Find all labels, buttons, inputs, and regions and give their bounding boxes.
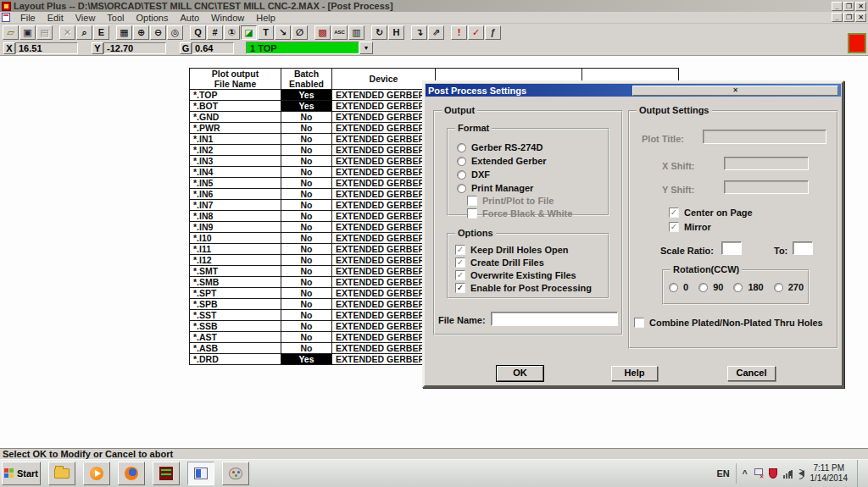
batch-enabled-cell[interactable]: No [281, 134, 332, 145]
help-button[interactable]: Help [611, 366, 658, 381]
format-radio-dxf[interactable]: DXF [457, 169, 490, 180]
rotation-radio-180[interactable]: 180 [733, 282, 763, 292]
dimension-button[interactable]: ↘ [275, 25, 291, 40]
file-name-cell[interactable]: *.BOT [190, 101, 281, 112]
open-button[interactable]: ▱ [3, 25, 19, 40]
shove-button[interactable]: H [388, 25, 404, 40]
child-minimize-button[interactable]: _ [832, 13, 843, 22]
file-name-cell[interactable]: *.GND [190, 112, 281, 123]
text-button[interactable]: T [258, 25, 274, 40]
device-cell[interactable]: EXTENDED GERBER [332, 288, 436, 299]
tray-expand-icon[interactable]: ^ [743, 469, 748, 479]
layer-color-button[interactable]: ◪ [241, 25, 257, 40]
unit-button[interactable]: ① [224, 25, 240, 40]
batch-enabled-cell[interactable]: No [281, 266, 332, 277]
batch-enabled-cell[interactable]: No [281, 145, 332, 156]
device-cell[interactable]: EXTENDED GERBER [332, 299, 436, 310]
file-name-cell[interactable]: *.IN7 [190, 200, 281, 211]
drc-button[interactable]: ✓ [468, 25, 484, 40]
device-cell[interactable]: EXTENDED GERBER [332, 145, 436, 156]
taskbar-item-active-window[interactable] [187, 462, 214, 485]
device-cell[interactable]: EXTENDED GERBER [332, 321, 436, 332]
device-cell[interactable]: EXTENDED GERBER [332, 200, 436, 211]
batch-enabled-cell[interactable]: No [281, 156, 332, 167]
device-cell[interactable]: EXTENDED GERBER [332, 233, 436, 244]
device-cell[interactable]: EXTENDED GERBER [332, 354, 436, 365]
scale-to-input[interactable] [793, 241, 813, 255]
batch-enabled-cell[interactable]: No [281, 244, 332, 255]
menu-item-tool[interactable]: Tool [101, 13, 130, 23]
save-button[interactable]: ▣ [19, 25, 36, 40]
zoom-out-button[interactable]: ⊖ [150, 25, 166, 40]
batch-enabled-cell[interactable]: No [281, 343, 332, 354]
error-button[interactable]: ! [451, 25, 467, 40]
device-cell[interactable]: EXTENDED GERBER [332, 211, 436, 222]
device-cell[interactable]: EXTENDED GERBER [332, 332, 436, 343]
batch-enabled-cell[interactable]: No [281, 310, 332, 321]
taskbar-item-paint[interactable] [222, 462, 249, 485]
batch-enabled-cell[interactable]: No [281, 299, 332, 310]
mirror-checkbox[interactable]: ✓ Mirror [669, 222, 711, 232]
batch-enabled-cell[interactable]: No [281, 222, 332, 233]
close-button[interactable]: ✕ [855, 2, 866, 11]
device-cell[interactable]: EXTENDED GERBER [332, 90, 436, 101]
print-button[interactable]: ▤ [36, 25, 53, 40]
chevron-down-icon[interactable]: ▼ [359, 42, 373, 54]
file-name-cell[interactable]: *.SMT [190, 266, 281, 277]
language-indicator[interactable]: EN [716, 468, 729, 479]
rotation-radio-270[interactable]: 270 [774, 282, 804, 292]
file-name-cell[interactable]: *.SPT [190, 288, 281, 299]
file-name-cell[interactable]: *.IN3 [190, 156, 281, 167]
batch-enabled-cell[interactable]: No [281, 321, 332, 332]
menu-item-window[interactable]: Window [205, 13, 250, 23]
file-name-cell[interactable]: *.IN5 [190, 178, 281, 189]
batch-enabled-cell[interactable]: No [281, 211, 332, 222]
device-cell[interactable]: EXTENDED GERBER [332, 178, 436, 189]
combine-thru-holes-checkbox[interactable]: Combine Plated/Non-Plated Thru Holes [634, 318, 823, 328]
cleanup-button[interactable]: ƒ [485, 25, 501, 40]
menu-item-auto[interactable]: Auto [174, 13, 205, 23]
restore-button[interactable]: ❐ [843, 2, 854, 11]
batch-enabled-cell[interactable]: No [281, 277, 332, 288]
zoom-all-button[interactable]: ◎ [167, 25, 183, 40]
batch-enabled-cell[interactable]: Yes [281, 90, 332, 101]
menu-item-edit[interactable]: Edit [42, 13, 70, 23]
minimize-button[interactable]: _ [832, 2, 843, 11]
security-shield-icon[interactable] [769, 468, 777, 479]
menu-item-options[interactable]: Options [131, 13, 175, 23]
zoom-in-button[interactable]: ⊕ [133, 25, 149, 40]
batch-enabled-cell[interactable]: No [281, 189, 332, 200]
device-cell[interactable]: EXTENDED GERBER [332, 189, 436, 200]
route2-button[interactable]: ⇗ [428, 25, 444, 40]
rotation-radio-90[interactable]: 90 [698, 282, 723, 292]
device-cell[interactable]: EXTENDED GERBER [332, 112, 436, 123]
file-name-cell[interactable]: *.SST [190, 310, 281, 321]
device-cell[interactable]: EXTENDED GERBER [332, 134, 436, 145]
rotation-radio-0[interactable]: 0 [669, 282, 688, 292]
spreadsheet-button[interactable]: ▦ [116, 25, 132, 40]
route-button[interactable]: ↴ [411, 25, 427, 40]
file-name-cell[interactable]: *.IN1 [190, 134, 281, 145]
file-name-cell[interactable]: *.PWR [190, 123, 281, 134]
speaker-icon[interactable] [798, 470, 804, 477]
component-button[interactable]: ▥ [348, 25, 364, 40]
file-name-cell[interactable]: *.IN2 [190, 145, 281, 156]
batch-enabled-cell[interactable]: No [281, 200, 332, 211]
layer-dropdown[interactable]: 1 TOP ▼ [246, 42, 373, 54]
child-close-button[interactable]: ✕ [855, 13, 866, 22]
batch-enabled-cell[interactable]: No [281, 332, 332, 343]
child-restore-button[interactable]: ❐ [843, 13, 854, 22]
device-cell[interactable]: EXTENDED GERBER [332, 277, 436, 288]
cancel-button[interactable]: Cancel [727, 366, 776, 381]
format-radio-extended-gerber[interactable]: Extended Gerber [457, 156, 547, 166]
file-name-input[interactable] [491, 312, 618, 326]
options-check-enable-for-post-processing[interactable]: ✓Enable for Post Processing [455, 283, 592, 293]
layer-selected-value[interactable]: 1 TOP [246, 42, 359, 54]
dialog-close-icon[interactable]: ✕ [632, 86, 838, 96]
action-center-flag-icon[interactable] [754, 468, 763, 479]
center-on-page-checkbox[interactable]: ✓ Center on Page [669, 208, 753, 218]
device-cell[interactable]: EXTENDED GERBER [332, 310, 436, 321]
batch-enabled-cell[interactable]: No [281, 233, 332, 244]
batch-enabled-cell[interactable]: No [281, 288, 332, 299]
file-name-cell[interactable]: *.TOP [190, 90, 281, 101]
